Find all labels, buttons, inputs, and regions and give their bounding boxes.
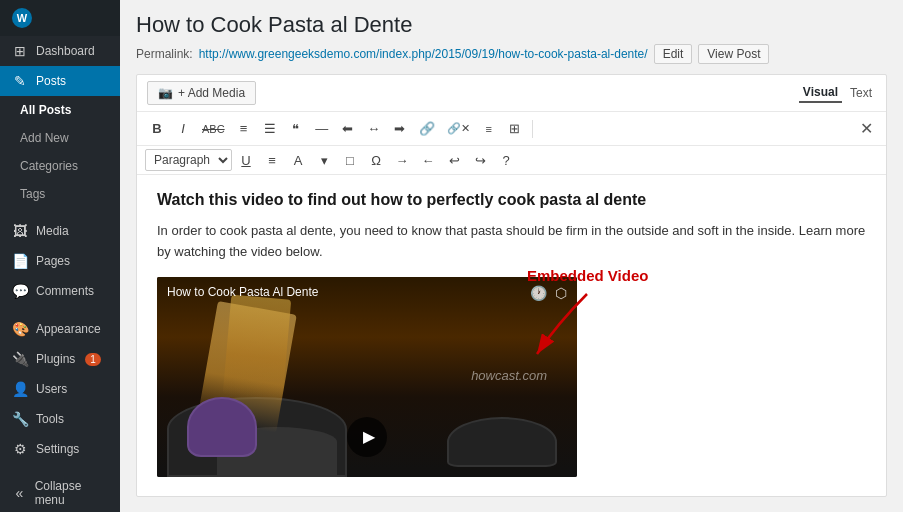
permalink-url-base: http://www.greengeeksdemo.com/index.php/… (199, 47, 499, 61)
tb-align-left[interactable]: ⬅ (336, 118, 360, 139)
sidebar-item-appearance[interactable]: 🎨 Appearance (0, 314, 120, 344)
toolbar-row-1: B I ABC ≡ ☰ ❝ — ⬅ ↔ ➡ 🔗 🔗✕ ≡ ⊞ ✕ (137, 112, 886, 146)
add-media-label: + Add Media (178, 86, 245, 100)
sidebar-item-posts[interactable]: ✎ Posts (0, 66, 120, 96)
toolbar-row-2: Paragraph U ≡ A ▾ □ Ω → ← ↩ ↪ ? (137, 146, 886, 175)
sidebar-item-settings[interactable]: ⚙ Settings (0, 434, 120, 464)
purple-pot (187, 397, 257, 457)
sidebar-item-label: Pages (36, 254, 70, 268)
sidebar-item-dashboard[interactable]: ⊞ Dashboard (0, 36, 120, 66)
tab-visual[interactable]: Visual (799, 83, 842, 103)
video-embed[interactable]: How to Cook Pasta Al Dente 🕐 ⬡ howcast.c… (157, 277, 577, 477)
tb-unlink[interactable]: 🔗✕ (442, 119, 475, 138)
tb-strikethrough[interactable]: ABC (197, 120, 230, 138)
sidebar-item-add-new[interactable]: Add New (0, 124, 120, 152)
editor-paragraph: In order to cook pasta al dente, you nee… (157, 221, 866, 263)
users-icon: 👤 (12, 381, 28, 397)
sidebar-item-tags[interactable]: Tags (0, 180, 120, 208)
settings-icon: ⚙ (12, 441, 28, 457)
sidebar-item-pages[interactable]: 📄 Pages (0, 246, 120, 276)
tb-char-map[interactable]: Ω (364, 150, 388, 171)
wordpress-logo-icon: W (12, 8, 32, 28)
editor-content[interactable]: Watch this video to find out how to perf… (137, 175, 886, 496)
tb-ol[interactable]: ☰ (258, 118, 282, 139)
sidebar-item-plugins[interactable]: 🔌 Plugins 1 (0, 344, 120, 374)
tb-undo[interactable]: ↩ (442, 150, 466, 171)
tools-icon: 🔧 (12, 411, 28, 427)
tb-blockquote[interactable]: ❝ (284, 118, 308, 139)
dashboard-icon: ⊞ (12, 43, 28, 59)
tb-toggle-toolbar[interactable]: ✕ (854, 116, 878, 141)
sidebar-item-collapse[interactable]: « Collapse menu (0, 472, 120, 512)
pasta-visual-2 (223, 294, 291, 399)
sidebar-item-media[interactable]: 🖼 Media (0, 216, 120, 246)
paragraph-select[interactable]: Paragraph (145, 149, 232, 171)
tb-link[interactable]: 🔗 (414, 118, 440, 139)
sidebar-item-all-posts[interactable]: All Posts (0, 96, 120, 124)
permalink-row: Permalink: http://www.greengeeksdemo.com… (136, 44, 887, 64)
tb-paste-text[interactable]: □ (338, 150, 362, 171)
editor-topbar: 📷 + Add Media Visual Text (137, 75, 886, 112)
tb-justify[interactable]: ≡ (260, 150, 284, 171)
tb-indent[interactable]: → (390, 150, 414, 171)
tb-align-center[interactable]: ↔ (362, 118, 386, 139)
sidebar-item-label: Comments (36, 284, 94, 298)
media-icon: 🖼 (12, 223, 28, 239)
video-share-icon[interactable]: ⬡ (555, 285, 567, 301)
sidebar: W ⊞ Dashboard ✎ Posts All Posts Add New … (0, 0, 120, 512)
tb-outdent[interactable]: ← (416, 150, 440, 171)
tb-help[interactable]: ? (494, 150, 518, 171)
tb-color-picker[interactable]: ▾ (312, 150, 336, 171)
tb-redo[interactable]: ↪ (468, 150, 492, 171)
tb-italic[interactable]: I (171, 118, 195, 139)
video-clock-icon[interactable]: 🕐 (530, 285, 547, 301)
sidebar-item-label: Plugins (36, 352, 75, 366)
tb-read-more[interactable]: ≡ (477, 120, 501, 138)
sidebar-item-label: Media (36, 224, 69, 238)
editor-box: 📷 + Add Media Visual Text B I ABC ≡ ☰ ❝ … (136, 74, 887, 497)
add-media-button[interactable]: 📷 + Add Media (147, 81, 256, 105)
tb-text-color[interactable]: A (286, 150, 310, 171)
sidebar-item-label: Add New (20, 131, 69, 145)
video-play-button[interactable]: ▶ (347, 417, 387, 457)
sidebar-item-label: Tags (20, 187, 45, 201)
view-post-button[interactable]: View Post (698, 44, 769, 64)
main-content: How to Cook Pasta al Dente Permalink: ht… (120, 0, 903, 512)
visual-text-tabs: Visual Text (799, 83, 876, 103)
sidebar-item-tools[interactable]: 🔧 Tools (0, 404, 120, 434)
sidebar-item-label: Categories (20, 159, 78, 173)
dark-pan (447, 417, 557, 467)
post-title: How to Cook Pasta al Dente (136, 12, 887, 38)
permalink-url-slug: how-to-cook-pasta-al-dente/ (498, 47, 647, 61)
sidebar-item-label: Posts (36, 74, 66, 88)
editor-wrap: How to Cook Pasta al Dente Permalink: ht… (120, 0, 903, 512)
edit-permalink-button[interactable]: Edit (654, 44, 693, 64)
tb-hr[interactable]: — (310, 118, 334, 139)
tb-underline[interactable]: U (234, 150, 258, 171)
appearance-icon: 🎨 (12, 321, 28, 337)
tb-align-right[interactable]: ➡ (388, 118, 412, 139)
sidebar-item-label: All Posts (20, 103, 71, 117)
tb-bold[interactable]: B (145, 118, 169, 139)
video-icons: 🕐 ⬡ (530, 285, 567, 301)
tb-ul[interactable]: ≡ (232, 118, 256, 139)
sidebar-logo: W (0, 0, 120, 36)
tb-fullscreen[interactable]: ⊞ (503, 118, 527, 139)
plugins-icon: 🔌 (12, 351, 28, 367)
sidebar-item-label: Collapse menu (35, 479, 108, 507)
pages-icon: 📄 (12, 253, 28, 269)
collapse-icon: « (12, 485, 27, 501)
editor-heading: Watch this video to find out how to perf… (157, 191, 866, 209)
add-media-icon: 📷 (158, 86, 173, 100)
sidebar-item-label: Tools (36, 412, 64, 426)
sidebar-item-categories[interactable]: Categories (0, 152, 120, 180)
video-watermark: howcast.com (471, 368, 547, 383)
sidebar-item-label: Dashboard (36, 44, 95, 58)
sidebar-item-comments[interactable]: 💬 Comments (0, 276, 120, 306)
posts-icon: ✎ (12, 73, 28, 89)
sidebar-item-label: Appearance (36, 322, 101, 336)
sidebar-item-label: Users (36, 382, 67, 396)
sidebar-item-users[interactable]: 👤 Users (0, 374, 120, 404)
tab-text[interactable]: Text (846, 84, 876, 102)
plugins-badge: 1 (85, 353, 101, 366)
